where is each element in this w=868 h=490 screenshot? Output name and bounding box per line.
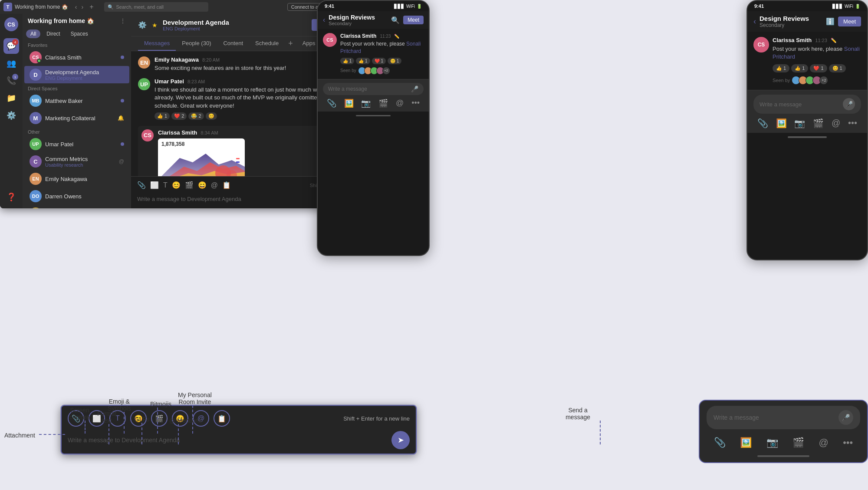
mobile-attach-icon[interactable]: 📎 [327, 99, 336, 108]
avatar-advertising: A [30, 207, 42, 208]
tab-schedule[interactable]: Schedule [249, 36, 285, 51]
svg-rect-3 [236, 158, 240, 159]
channel-item-marketing[interactable]: M Marketing Collateral 🔔 [24, 109, 129, 127]
mcz-camera-icon[interactable]: 📷 [766, 437, 778, 448]
tab-content[interactable]: Content [217, 36, 249, 51]
mcz-more-icon[interactable]: ••• [843, 437, 853, 448]
sidebar-icon-files[interactable]: 📁 [3, 90, 19, 106]
reaction-heart[interactable]: ❤️ 2 [171, 112, 187, 120]
dr-camera-icon[interactable]: 📷 [794, 118, 805, 128]
more-icon[interactable]: 📋 [221, 180, 232, 190]
dr-mic-icon[interactable]: 🎤 [843, 98, 855, 110]
reaction-4[interactable]: 😊 1 [388, 58, 401, 64]
filter-tab-all[interactable]: All [26, 30, 40, 38]
channel-item-dev-agenda[interactable]: D Development Agenda ENG Deployment [24, 66, 129, 83]
dr-meet-btn[interactable]: Meet [838, 16, 861, 26]
bitmoji-icon[interactable]: 😄 [197, 180, 207, 190]
forward-arrow[interactable]: › [79, 3, 85, 10]
add-tab-icon[interactable]: + [285, 36, 296, 51]
dr-msg-avatar: CS [753, 37, 769, 53]
msg-time-clarissa: 8:34 AM [201, 130, 218, 135]
dr-r3[interactable]: ❤️ 1 [810, 64, 827, 72]
mcz-mic-icon[interactable]: 🎤 [838, 410, 853, 425]
sidebar-icon-chat[interactable]: 💬 4 [3, 38, 19, 54]
attachment-icon[interactable]: 📎 [136, 180, 147, 190]
gear-icon[interactable]: ⚙️ [138, 21, 147, 29]
mobile-search-icon[interactable]: 🔍 [391, 16, 400, 24]
reaction-1[interactable]: 👍 1 [340, 58, 354, 64]
mobile-mention-icon[interactable]: @ [396, 99, 404, 108]
filter-tab-spaces[interactable]: Spaces [66, 30, 92, 38]
filter-tab-direct[interactable]: Direct [42, 30, 64, 38]
channel-item-advertising[interactable]: A Advertising Marketing Department [24, 205, 129, 208]
mobile-msg-sender: Clarissa Smith [340, 33, 376, 39]
dr-r2[interactable]: 👍 1 [791, 64, 808, 72]
label-gifs: GLFs [135, 416, 149, 423]
channel-item-common[interactable]: C Common Metrics Usability research @ [24, 153, 129, 170]
mobile-image-icon[interactable]: 🖼️ [344, 99, 354, 108]
line-screen-capture [85, 421, 85, 434]
dr-gif-icon[interactable]: 🎬 [813, 118, 824, 128]
mobile-more-icon[interactable]: ••• [411, 99, 420, 108]
help-icon: ❓ [7, 192, 16, 202]
search-bar[interactable]: 🔍 Search, meet, and call [104, 2, 208, 12]
sidebar-icon-apps[interactable]: ⚙️ [3, 108, 19, 123]
dr-attach-icon[interactable]: 📎 [757, 118, 768, 128]
channel-item-umar[interactable]: UP Umar Patel [24, 135, 129, 153]
star-icon[interactable]: ★ [152, 22, 158, 29]
reaction-3[interactable]: ❤️ 1 [372, 58, 386, 64]
dr-mention-icon[interactable]: @ [832, 118, 840, 128]
reaction-2[interactable]: 👍 1 [356, 58, 370, 64]
mobile-message: CS Clarissa Smith 11:23 ✏️ Post your wor… [323, 33, 424, 75]
mcz-attach-icon[interactable]: 📎 [714, 437, 726, 448]
tab-messages[interactable]: Messages [138, 36, 176, 51]
mobile-gif-icon[interactable]: 🎬 [378, 99, 388, 108]
battery-icon: 🔋 [417, 4, 422, 9]
dr-back-icon[interactable]: ‹ [753, 17, 756, 26]
sidebar-icon-calls[interactable]: 📞 1 [3, 73, 19, 89]
mobile-back-icon[interactable]: ‹ [323, 16, 325, 24]
exp-placeholder[interactable]: Write a message to Development Agenda [68, 437, 391, 444]
dr-info-icon[interactable]: ℹ️ [826, 17, 835, 26]
mobile-meet-btn[interactable]: Meet [403, 16, 424, 24]
tab-people[interactable]: People (30) [176, 36, 217, 51]
mention-icon[interactable]: @ [210, 181, 219, 190]
exp-gif-icon[interactable]: 🎬 [151, 410, 168, 427]
text-box-icon[interactable]: ⬜ [149, 180, 160, 190]
reaction-thumbs[interactable]: 👍 1 [155, 112, 170, 120]
mcz-mention-icon[interactable]: @ [819, 437, 828, 448]
emoji-icon[interactable]: 😊 [171, 180, 181, 190]
gif-icon[interactable]: 🎬 [184, 180, 194, 190]
back-arrow[interactable]: ‹ [73, 3, 79, 10]
label-screen-capture: Screencapture [69, 407, 90, 421]
exp-send-btn[interactable]: ➤ [391, 431, 410, 449]
channel-item-matthew[interactable]: MB Matthew Baker [24, 92, 129, 109]
mobile-camera-icon[interactable]: 📷 [361, 99, 371, 108]
mobile-compose-input[interactable]: Write a message 🎤 [323, 83, 424, 95]
wifi-icon: WiFi [406, 4, 415, 9]
reaction-laugh[interactable]: 😂 2 [188, 112, 204, 120]
mcz-gif-icon[interactable]: 🎬 [792, 437, 804, 448]
section-favorites: Favorites [23, 40, 131, 49]
mcz-input-row[interactable]: Write a message 🎤 [707, 406, 860, 429]
sidebar-icon-help[interactable]: ❓ [3, 189, 19, 205]
dr-image-icon[interactable]: 🖼️ [776, 118, 787, 128]
channel-item-clarissa[interactable]: CS Clarissa Smith [24, 49, 129, 66]
sidebar-icon-teams[interactable]: 👥 [3, 56, 19, 71]
mobile-msg-text: Post your work here, please Sonali Pritc… [340, 40, 424, 55]
user-avatar[interactable]: CS [4, 17, 18, 31]
exp-room-icon[interactable]: 📋 [214, 410, 230, 427]
dr-r4[interactable]: 😊 1 [829, 64, 846, 72]
channel-item-darren[interactable]: DO Darren Owens [24, 187, 129, 205]
msg-avatar-clarissa: CS [141, 129, 154, 141]
filter-icon[interactable]: ⋮ [120, 17, 126, 24]
channel-item-emily[interactable]: EN Emily Nakagawa [24, 170, 129, 187]
dr-compose-input[interactable]: Write a message 🎤 [753, 95, 861, 114]
format-icon[interactable]: T [162, 181, 168, 190]
dr-r1[interactable]: 👍 1 [773, 64, 789, 72]
mcz-image-icon[interactable]: 🖼️ [740, 437, 752, 448]
reaction-smile[interactable]: 😊 [206, 112, 217, 120]
compose-input[interactable]: Write a message to Development Agenda [136, 194, 242, 204]
add-tab-btn[interactable]: + [88, 3, 95, 11]
dr-more-icon[interactable]: ••• [848, 118, 857, 128]
